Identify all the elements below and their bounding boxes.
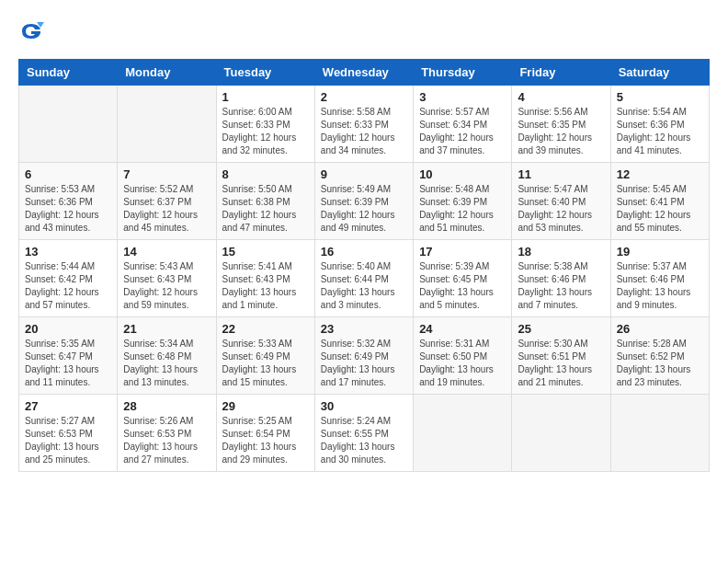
day-info: Sunrise: 5:50 AM Sunset: 6:38 PM Dayligh…: [222, 183, 309, 235]
week-row-4: 20Sunrise: 5:35 AM Sunset: 6:47 PM Dayli…: [19, 317, 710, 395]
week-row-3: 13Sunrise: 5:44 AM Sunset: 6:42 PM Dayli…: [19, 240, 710, 317]
day-header-monday: Monday: [118, 60, 216, 86]
logo: [18, 18, 48, 44]
day-info: Sunrise: 5:35 AM Sunset: 6:47 PM Dayligh…: [25, 338, 111, 389]
day-info: Sunrise: 5:38 AM Sunset: 6:46 PM Dayligh…: [518, 260, 604, 312]
day-info: Sunrise: 5:53 AM Sunset: 6:36 PM Dayligh…: [25, 183, 111, 235]
day-info: Sunrise: 5:43 AM Sunset: 6:43 PM Dayligh…: [123, 260, 210, 312]
calendar-cell: [414, 395, 512, 472]
calendar-cell: 10Sunrise: 5:48 AM Sunset: 6:39 PM Dayli…: [414, 163, 512, 240]
day-header-friday: Friday: [512, 60, 610, 86]
calendar-cell: 12Sunrise: 5:45 AM Sunset: 6:41 PM Dayli…: [610, 163, 709, 240]
day-number: 11: [518, 167, 604, 181]
day-number: 28: [123, 399, 210, 413]
calendar-cell: 20Sunrise: 5:35 AM Sunset: 6:47 PM Dayli…: [19, 317, 118, 395]
day-number: 3: [419, 90, 506, 104]
calendar-header: SundayMondayTuesdayWednesdayThursdayFrid…: [19, 60, 710, 86]
day-number: 4: [518, 90, 604, 104]
day-info: Sunrise: 5:52 AM Sunset: 6:37 PM Dayligh…: [123, 183, 210, 235]
calendar-cell: 22Sunrise: 5:33 AM Sunset: 6:49 PM Dayli…: [216, 317, 314, 395]
day-number: 19: [617, 245, 703, 259]
calendar-cell: 2Sunrise: 5:58 AM Sunset: 6:33 PM Daylig…: [314, 86, 413, 163]
calendar-cell: 15Sunrise: 5:41 AM Sunset: 6:43 PM Dayli…: [216, 240, 314, 317]
calendar-cell: 13Sunrise: 5:44 AM Sunset: 6:42 PM Dayli…: [19, 240, 118, 317]
day-info: Sunrise: 5:28 AM Sunset: 6:52 PM Dayligh…: [617, 338, 703, 389]
day-number: 23: [321, 322, 407, 336]
calendar-cell: 3Sunrise: 5:57 AM Sunset: 6:34 PM Daylig…: [414, 86, 512, 163]
day-info: Sunrise: 5:44 AM Sunset: 6:42 PM Dayligh…: [25, 260, 111, 312]
day-number: 7: [123, 167, 210, 181]
day-number: 13: [25, 245, 111, 259]
calendar-cell: 28Sunrise: 5:26 AM Sunset: 6:53 PM Dayli…: [118, 395, 216, 472]
day-info: Sunrise: 5:24 AM Sunset: 6:55 PM Dayligh…: [321, 415, 407, 466]
day-number: 2: [321, 90, 407, 104]
day-number: 24: [419, 322, 506, 336]
calendar-cell: 19Sunrise: 5:37 AM Sunset: 6:46 PM Dayli…: [610, 240, 709, 317]
week-row-5: 27Sunrise: 5:27 AM Sunset: 6:53 PM Dayli…: [19, 395, 710, 472]
calendar-cell: 8Sunrise: 5:50 AM Sunset: 6:38 PM Daylig…: [216, 163, 314, 240]
calendar-cell: 29Sunrise: 5:25 AM Sunset: 6:54 PM Dayli…: [216, 395, 314, 472]
day-info: Sunrise: 5:48 AM Sunset: 6:39 PM Dayligh…: [419, 183, 506, 235]
day-header-thursday: Thursday: [414, 60, 512, 86]
calendar: SundayMondayTuesdayWednesdayThursdayFrid…: [18, 59, 710, 472]
calendar-cell: 26Sunrise: 5:28 AM Sunset: 6:52 PM Dayli…: [610, 317, 709, 395]
calendar-cell: 24Sunrise: 5:31 AM Sunset: 6:50 PM Dayli…: [414, 317, 512, 395]
calendar-cell: 27Sunrise: 5:27 AM Sunset: 6:53 PM Dayli…: [19, 395, 118, 472]
week-row-1: 1Sunrise: 6:00 AM Sunset: 6:33 PM Daylig…: [19, 86, 710, 163]
calendar-cell: 30Sunrise: 5:24 AM Sunset: 6:55 PM Dayli…: [314, 395, 413, 472]
calendar-cell: [512, 395, 610, 472]
day-number: 25: [518, 322, 604, 336]
calendar-cell: 9Sunrise: 5:49 AM Sunset: 6:39 PM Daylig…: [314, 163, 413, 240]
day-number: 22: [222, 322, 309, 336]
calendar-cell: 1Sunrise: 6:00 AM Sunset: 6:33 PM Daylig…: [216, 86, 314, 163]
day-number: 27: [25, 399, 111, 413]
day-info: Sunrise: 5:47 AM Sunset: 6:40 PM Dayligh…: [518, 183, 604, 235]
day-number: 1: [222, 90, 309, 104]
day-number: 18: [518, 245, 604, 259]
calendar-cell: 25Sunrise: 5:30 AM Sunset: 6:51 PM Dayli…: [512, 317, 610, 395]
day-header-wednesday: Wednesday: [314, 60, 413, 86]
calendar-cell: 5Sunrise: 5:54 AM Sunset: 6:36 PM Daylig…: [610, 86, 709, 163]
calendar-cell: 18Sunrise: 5:38 AM Sunset: 6:46 PM Dayli…: [512, 240, 610, 317]
calendar-cell: 7Sunrise: 5:52 AM Sunset: 6:37 PM Daylig…: [118, 163, 216, 240]
day-number: 30: [321, 399, 407, 413]
day-info: Sunrise: 5:34 AM Sunset: 6:48 PM Dayligh…: [123, 338, 210, 389]
page-header: [18, 18, 710, 44]
day-number: 14: [123, 245, 210, 259]
day-info: Sunrise: 5:26 AM Sunset: 6:53 PM Dayligh…: [123, 415, 210, 466]
calendar-cell: 11Sunrise: 5:47 AM Sunset: 6:40 PM Dayli…: [512, 163, 610, 240]
day-info: Sunrise: 5:49 AM Sunset: 6:39 PM Dayligh…: [321, 183, 407, 235]
logo-icon: [18, 18, 44, 44]
header-row: SundayMondayTuesdayWednesdayThursdayFrid…: [19, 60, 710, 86]
day-info: Sunrise: 5:37 AM Sunset: 6:46 PM Dayligh…: [617, 260, 703, 312]
week-row-2: 6Sunrise: 5:53 AM Sunset: 6:36 PM Daylig…: [19, 163, 710, 240]
day-number: 9: [321, 167, 407, 181]
day-number: 16: [321, 245, 407, 259]
day-info: Sunrise: 5:56 AM Sunset: 6:35 PM Dayligh…: [518, 106, 604, 157]
day-number: 17: [419, 245, 506, 259]
day-number: 29: [222, 399, 309, 413]
day-number: 8: [222, 167, 309, 181]
day-info: Sunrise: 5:27 AM Sunset: 6:53 PM Dayligh…: [25, 415, 111, 466]
calendar-body: 1Sunrise: 6:00 AM Sunset: 6:33 PM Daylig…: [19, 86, 710, 472]
calendar-cell: 4Sunrise: 5:56 AM Sunset: 6:35 PM Daylig…: [512, 86, 610, 163]
day-info: Sunrise: 5:31 AM Sunset: 6:50 PM Dayligh…: [419, 338, 506, 389]
day-number: 20: [25, 322, 111, 336]
day-number: 10: [419, 167, 506, 181]
day-info: Sunrise: 5:58 AM Sunset: 6:33 PM Dayligh…: [321, 106, 407, 157]
calendar-cell: [19, 86, 118, 163]
day-info: Sunrise: 5:54 AM Sunset: 6:36 PM Dayligh…: [617, 106, 703, 157]
day-info: Sunrise: 5:57 AM Sunset: 6:34 PM Dayligh…: [419, 106, 506, 157]
calendar-cell: 23Sunrise: 5:32 AM Sunset: 6:49 PM Dayli…: [314, 317, 413, 395]
day-number: 5: [617, 90, 703, 104]
day-header-saturday: Saturday: [610, 60, 709, 86]
day-info: Sunrise: 5:32 AM Sunset: 6:49 PM Dayligh…: [321, 338, 407, 389]
day-info: Sunrise: 5:40 AM Sunset: 6:44 PM Dayligh…: [321, 260, 407, 312]
calendar-cell: 6Sunrise: 5:53 AM Sunset: 6:36 PM Daylig…: [19, 163, 118, 240]
day-header-sunday: Sunday: [19, 60, 118, 86]
calendar-cell: 17Sunrise: 5:39 AM Sunset: 6:45 PM Dayli…: [414, 240, 512, 317]
day-number: 21: [123, 322, 210, 336]
day-number: 15: [222, 245, 309, 259]
day-info: Sunrise: 6:00 AM Sunset: 6:33 PM Dayligh…: [222, 106, 309, 157]
day-info: Sunrise: 5:45 AM Sunset: 6:41 PM Dayligh…: [617, 183, 703, 235]
